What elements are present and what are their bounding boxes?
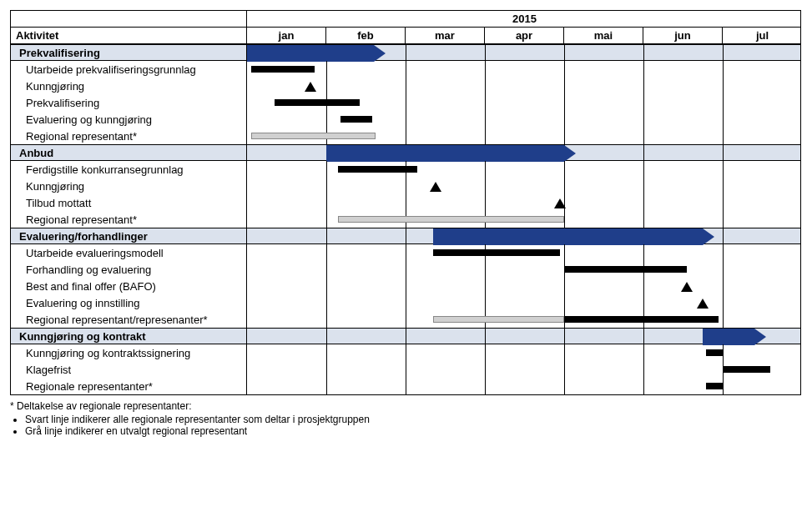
task-p3-4: Regional representant/represenanter* — [11, 311, 800, 328]
task-p2-3-label: Regional representant* — [11, 211, 247, 228]
task-p3-2-label: Best and final offer (BAFO) — [11, 278, 247, 294]
task-p4-0-label: Kunngjøring og kontraktssignering — [11, 344, 247, 361]
activity-header: Aktivitet — [11, 28, 247, 43]
task-p1-1-label: Kunngjøring — [11, 78, 247, 94]
milestone-p2-2-icon — [554, 198, 566, 208]
phase-3-label: Evaluering/forhandlinger — [11, 228, 247, 243]
milestone-p3-3-icon — [697, 299, 709, 309]
task-p1-1: Kunngjøring — [11, 78, 800, 94]
task-p1-2-label: Prekvalifisering — [11, 94, 247, 111]
task-p3-3-label: Evaluering og innstilling — [11, 294, 247, 311]
gantt-chart: 2015 Aktivitet jan feb mar apr mai jun j… — [10, 10, 801, 395]
phase-3: Evaluering/forhandlinger — [11, 228, 800, 244]
task-p3-4-label: Regional representant/represenanter* — [11, 311, 247, 328]
footnote-item-0: Svart linje indikerer alle regionale rep… — [25, 414, 801, 425]
task-p2-0-bar — [338, 166, 417, 173]
header-year-row: 2015 — [11, 11, 800, 28]
task-p1-4-label: Regional representant* — [11, 128, 247, 144]
task-p4-0-bar — [706, 349, 723, 356]
task-p1-0-bar — [251, 66, 315, 73]
task-p3-1: Forhandling og evaluering — [11, 261, 800, 278]
activity-header-blank — [11, 11, 247, 27]
phase-1-arrow-icon — [374, 45, 386, 62]
task-p1-3-bar — [340, 116, 372, 123]
task-p2-1-label: Kunngjøring — [11, 178, 247, 194]
task-p4-2-bar — [706, 383, 723, 389]
task-p2-0: Ferdigstille konkurransegrunnlag — [11, 161, 800, 178]
task-p1-2-bar — [275, 99, 360, 106]
phase-4: Kunngjøring og kontrakt — [11, 328, 800, 344]
phase-1-bar — [247, 45, 374, 62]
task-p3-3: Evaluering og innstilling — [11, 294, 800, 311]
task-p1-2: Prekvalifisering — [11, 94, 800, 111]
task-p3-4-bar-gray — [433, 316, 564, 323]
footnote-list: Svart linje indikerer alle regionale rep… — [10, 414, 801, 437]
task-p4-2-label: Regionale representanter* — [11, 378, 247, 394]
task-p3-2: Best and final offer (BAFO) — [11, 278, 800, 294]
milestone-p3-2-icon — [681, 282, 693, 292]
phase-2-bar — [326, 145, 564, 162]
task-p3-0-bar — [433, 249, 560, 256]
month-jul: jul — [723, 28, 802, 43]
task-p2-3-bar — [338, 216, 564, 223]
task-p1-3-label: Evaluering og kunngjøring — [11, 111, 247, 128]
task-p3-4-bar-black — [564, 316, 719, 323]
phase-4-arrow-icon — [754, 329, 766, 345]
task-p2-2: Tilbud mottatt — [11, 194, 800, 211]
phase-2-arrow-icon — [564, 145, 576, 162]
footnote: * Deltakelse av regionale representanter… — [10, 400, 801, 437]
phase-1-label: Prekvalifisering — [11, 45, 247, 60]
milestone-p1-1-icon — [305, 82, 316, 92]
task-p1-4: Regional representant* — [11, 128, 800, 144]
task-p1-0: Utarbeide prekvalifiseringsgrunnlag — [11, 61, 800, 78]
task-p1-4-bar — [251, 133, 376, 139]
phase-2-label: Anbud — [11, 145, 247, 160]
month-feb: feb — [326, 28, 406, 43]
task-p4-1-label: Klagefrist — [11, 361, 247, 378]
phase-3-bar — [433, 228, 703, 245]
task-p2-3: Regional representant* — [11, 211, 800, 228]
task-p3-0: Utarbeide evalueringsmodell — [11, 244, 800, 261]
task-p1-0-label: Utarbeide prekvalifiseringsgrunnlag — [11, 61, 247, 78]
month-mai: mai — [564, 28, 643, 43]
task-p1-3: Evaluering og kunngjøring — [11, 111, 800, 128]
year-label: 2015 — [247, 11, 802, 27]
task-p3-1-bar — [564, 266, 687, 273]
footnote-item-1: Grå linje indikerer en utvalgt regional … — [25, 425, 801, 437]
task-p2-1: Kunngjøring — [11, 178, 800, 194]
task-p2-2-label: Tilbud mottatt — [11, 194, 247, 211]
task-p3-1-label: Forhandling og evaluering — [11, 261, 247, 278]
task-p3-0-label: Utarbeide evalueringsmodell — [11, 244, 247, 261]
phase-3-arrow-icon — [703, 228, 714, 245]
header-months-row: Aktivitet jan feb mar apr mai jun jul — [11, 28, 800, 44]
task-p4-1: Klagefrist — [11, 361, 800, 378]
task-p4-1-bar — [723, 366, 770, 373]
milestone-p2-1-icon — [430, 182, 441, 192]
footnote-title: * Deltakelse av regionale representanter… — [10, 400, 801, 412]
phase-2: Anbud — [11, 144, 800, 161]
phase-4-label: Kunngjøring og kontrakt — [11, 329, 247, 344]
month-mar: mar — [406, 28, 485, 43]
task-p4-0: Kunngjøring og kontraktssignering — [11, 344, 800, 361]
month-apr: apr — [485, 28, 564, 43]
task-p4-2: Regionale representanter* — [11, 378, 800, 394]
month-jan: jan — [247, 28, 326, 43]
month-jun: jun — [643, 28, 723, 43]
phase-1-timeline — [247, 45, 802, 60]
phase-1: Prekvalifisering — [11, 44, 800, 61]
task-p2-0-label: Ferdigstille konkurransegrunnlag — [11, 161, 247, 178]
phase-4-bar — [703, 329, 754, 345]
